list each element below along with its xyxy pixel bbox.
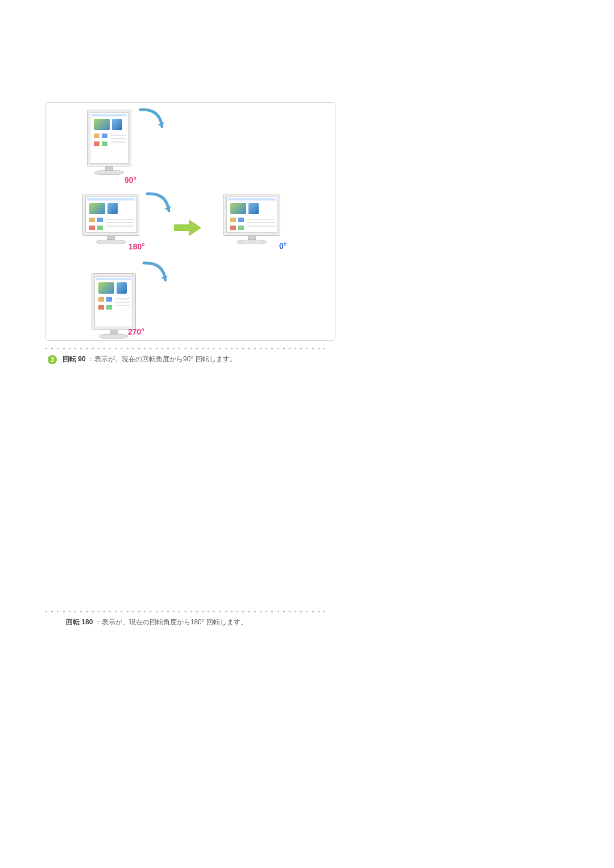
item-90: 3 回転 90 ：表示が、現在の回転角度から90° 回転します。 (48, 354, 341, 364)
dotted-separator (45, 608, 330, 614)
section-180: 回転 180 ：表示が、現在の回転角度から180° 回転します。 (45, 608, 341, 627)
dotted-separator (45, 345, 330, 351)
rotation-arrow-icon (136, 107, 170, 136)
item-90-title: 回転 90 (63, 355, 86, 363)
document-page: 90° 180° (0, 0, 614, 868)
result-arrow-icon (174, 219, 201, 236)
item-180-desc: ：表示が、現在の回転角度から180° 回転します。 (95, 618, 247, 626)
rotation-arrow-icon (143, 191, 177, 220)
item-text: 回転 180 ：表示が、現在の回転角度から180° 回転します。 (66, 617, 247, 627)
monitor-180deg (82, 194, 139, 244)
rotation-figure: 90° 180° (45, 102, 335, 341)
item-180-title: 回転 180 (66, 618, 93, 626)
rotation-arrow-icon (139, 261, 173, 289)
item-90-desc: ：表示が、現在の回転角度から90° 回転します。 (88, 355, 236, 363)
item-180: 回転 180 ：表示が、現在の回転角度から180° 回転します。 (66, 617, 341, 627)
label-180: 180° (128, 242, 145, 251)
label-270: 270° (128, 327, 144, 336)
label-0: 0° (279, 241, 287, 251)
label-90: 90° (125, 176, 136, 185)
monitor-result (223, 194, 280, 244)
item-text: 回転 90 ：表示が、現在の回転角度から90° 回転します。 (63, 354, 237, 364)
item-badge-3: 3 (48, 355, 57, 364)
content-column: 90° 180° (45, 102, 341, 627)
monitor-90deg (87, 110, 131, 175)
